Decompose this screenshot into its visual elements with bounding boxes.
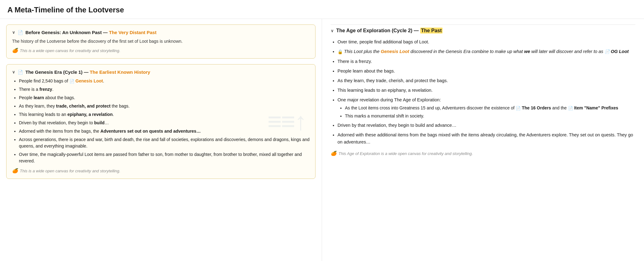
before-genesis-title: Before Genesis: An Unknown Past — The Ve… <box>25 30 157 35</box>
right-creativity: 🍊 This Age of Exploration is a wide open… <box>331 151 635 156</box>
right-bullet-6: This learning leads to an epiphany, a re… <box>337 87 635 94</box>
right-sub-bullet-2: This marks a monumental shift in society… <box>345 113 635 119</box>
genesis-bullet-5: This learning leads to an epiphany, a re… <box>19 111 310 118</box>
genesis-era-section: ≡≡↑ ∨ 📄 The Genesis Era (Cycle 1) — The … <box>6 64 315 179</box>
right-bullet-3: There is a frenzy. <box>337 58 635 65</box>
right-bullet-1: Over time, people find additional bags o… <box>337 38 635 46</box>
genesis-bullet-6: Driven by that revelation, they begin to… <box>19 120 310 126</box>
right-bullet-7: One major revelation during The Age of E… <box>337 96 635 119</box>
doc-icon-genesis: 📄 <box>18 70 23 75</box>
right-bullet-5: As they learn, they trade, cherish, and … <box>337 77 635 84</box>
before-genesis-section: ∨ 📄 Before Genesis: An Unknown Past — Th… <box>6 24 315 59</box>
genesis-bullet-2: There is a frenzy. <box>19 86 310 93</box>
genesis-bullet-7: Adorned with the items from the bags, th… <box>19 128 310 135</box>
right-bullet-list: Over time, people find additional bags o… <box>331 38 635 146</box>
genesis-creativity: 🍊 This is a wide open canvas for creativ… <box>12 168 310 174</box>
right-bullet-2: 🔒 This Loot plus the Genesis Loot discov… <box>337 48 635 55</box>
right-bullet-8: Driven by that revelation, they begin to… <box>337 122 635 129</box>
chevron-icon-exploration[interactable]: ∨ <box>331 29 334 33</box>
genesis-bullet-4: As they learn, they trade, cherish, and … <box>19 103 310 109</box>
genesis-bullet-1: People find 2,540 bags of 📄 Genesis Loot… <box>19 78 310 84</box>
genesis-era-title: The Genesis Era (Cycle 1) — The Earliest… <box>25 69 150 75</box>
right-bullet-4: People learn about the bags. <box>337 68 635 75</box>
chevron-icon-before-genesis[interactable]: ∨ <box>12 30 15 35</box>
left-panel: ∨ 📄 Before Genesis: An Unknown Past — Th… <box>0 19 322 261</box>
genesis-bullet-8: Across generations, there is peace and w… <box>19 136 310 149</box>
before-genesis-description: The history of the Lootverse before the … <box>12 38 310 45</box>
genesis-bullet-9: Over time, the magically-powerful Loot i… <box>19 151 310 164</box>
right-panel: ∨ The Age of Exploration (Cycle 2) — The… <box>322 19 644 261</box>
chevron-icon-genesis[interactable]: ∨ <box>12 70 15 74</box>
genesis-bullet-3: People learn about the bags. <box>19 95 310 101</box>
right-bullet-9: Adorned with these additional items from… <box>337 131 635 146</box>
right-sub-bullet-1: As the Loot items cross into Greatness 1… <box>345 105 635 111</box>
right-section-header: ∨ The Age of Exploration (Cycle 2) — The… <box>331 24 635 33</box>
genesis-bullet-list: People find 2,540 bags of 📄 Genesis Loot… <box>12 78 310 164</box>
page-title: A Meta-Timeline of the Lootverse <box>0 0 644 19</box>
exploration-title: The Age of Exploration (Cycle 2) — The P… <box>336 28 443 33</box>
before-genesis-creativity: 🍊 This is a wide open canvas for creativ… <box>12 48 310 53</box>
doc-icon-before-genesis: 📄 <box>18 30 23 35</box>
